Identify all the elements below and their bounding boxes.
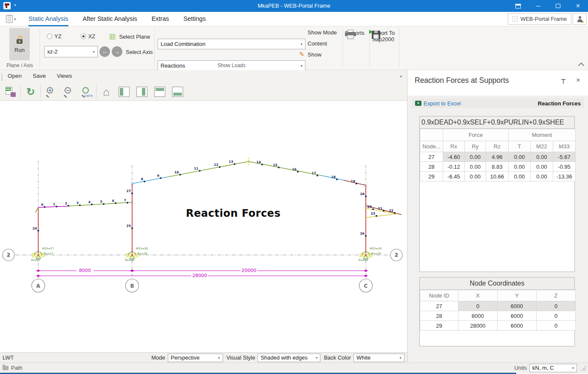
table-row[interactable]: 29-6.450.0010.660.000.00-13.36: [420, 172, 576, 181]
table-cell[interactable]: 28000: [458, 321, 498, 331]
model-canvas[interactable]: 80002000028000M33=27Rx=27Rz=27M33=28Rx=2…: [0, 101, 407, 352]
column-header[interactable]: [420, 129, 443, 141]
radio-yz[interactable]: YZ: [47, 33, 62, 40]
minimize-button[interactable]: [528, 0, 548, 12]
toolbar-menu-open[interactable]: Open: [8, 73, 22, 79]
collapse-ribbon-chevron-icon[interactable]: [579, 62, 583, 66]
table-row[interactable]: 27060000: [420, 301, 576, 311]
table-cell[interactable]: -4.60: [443, 152, 465, 162]
table-cell[interactable]: 27: [420, 301, 458, 311]
column-header[interactable]: Y: [498, 290, 537, 301]
column-header[interactable]: Z: [537, 290, 576, 301]
toolbar-menu-save[interactable]: Save: [33, 73, 46, 79]
table-cell[interactable]: -0.12: [443, 162, 465, 172]
next-axis-button[interactable]: →: [112, 46, 122, 57]
reports-button[interactable]: Reports: [342, 30, 368, 36]
table-row[interactable]: 292800060000: [420, 321, 576, 331]
column-header[interactable]: M22: [531, 141, 553, 152]
column-header[interactable]: Rx: [443, 141, 465, 152]
view-top-button[interactable]: [151, 84, 169, 100]
table-cell[interactable]: -6.45: [443, 172, 465, 181]
table-cell[interactable]: 0.00: [531, 152, 553, 162]
table-cell[interactable]: 0: [458, 301, 498, 311]
table-row[interactable]: 28800060000: [420, 311, 576, 321]
export-to-excel-link[interactable]: Export to Excel: [424, 100, 461, 107]
web-portal-frame-button[interactable]: × WEB-Portal Frame: [508, 13, 571, 25]
table-cell[interactable]: 0.00: [509, 152, 531, 162]
file-menu-caret-icon[interactable]: ▾: [14, 17, 16, 21]
visual-style-combobox[interactable]: Shaded with edges▾: [257, 354, 320, 362]
table-cell[interactable]: 0.00: [509, 162, 531, 172]
resize-grip[interactable]: [580, 366, 585, 371]
table-cell[interactable]: 8.83: [486, 162, 509, 172]
axis-combobox[interactable]: xz-2 ▾: [44, 46, 98, 57]
run-button[interactable]: Run: [9, 28, 30, 60]
maximize-button[interactable]: [548, 0, 568, 12]
refresh-button[interactable]: ↻: [22, 84, 40, 100]
mode-combobox[interactable]: Perspective▾: [168, 354, 223, 362]
panel-close-icon[interactable]: ×: [576, 76, 580, 85]
table-cell[interactable]: 0.00: [465, 172, 486, 181]
table-cell[interactable]: 0: [537, 321, 576, 331]
table-cell[interactable]: 29: [420, 321, 458, 331]
column-header[interactable]: Rz: [486, 141, 509, 152]
toolbar-drag-handle[interactable]: [1, 74, 3, 80]
user-account-button[interactable]: [573, 13, 587, 25]
column-header[interactable]: X: [458, 290, 498, 301]
tab-extras[interactable]: Extras: [152, 12, 169, 26]
zoom-out-button[interactable]: −: [59, 84, 77, 100]
table-cell[interactable]: 0.00: [531, 172, 553, 181]
table-cell[interactable]: 4.96: [486, 152, 509, 162]
table-cell[interactable]: -13.36: [553, 172, 576, 181]
table-cell[interactable]: 27: [420, 152, 443, 162]
table-cell[interactable]: 0.00: [465, 162, 486, 172]
show-mode-combobox[interactable]: Load Combination ▾: [158, 39, 305, 49]
tab-after-static-analysis[interactable]: After Static Analysis: [83, 12, 137, 26]
table-cell[interactable]: 0.00: [465, 152, 486, 162]
select-plane-button[interactable]: Select Plane: [110, 33, 150, 40]
export-sap2000-button[interactable]: Export To Sap2000: [370, 30, 396, 42]
zoom-in-button[interactable]: +: [42, 84, 59, 100]
radio-xz[interactable]: XZ: [81, 33, 96, 40]
column-header[interactable]: Node ID: [420, 290, 458, 301]
table-cell[interactable]: 28: [420, 311, 458, 321]
table-cell[interactable]: 0.00: [509, 172, 531, 181]
path-label[interactable]: Path: [11, 365, 23, 371]
file-menu-icon[interactable]: [6, 15, 13, 23]
table-cell[interactable]: 6000: [498, 301, 537, 311]
table-cell[interactable]: 0: [537, 301, 576, 311]
column-header[interactable]: T: [509, 141, 531, 152]
table-cell[interactable]: 0: [537, 311, 576, 321]
table-cell[interactable]: 29: [420, 172, 443, 181]
column-header[interactable]: Force: [443, 129, 509, 141]
previous-axis-button[interactable]: ←: [99, 46, 110, 57]
column-header[interactable]: Moment: [509, 129, 576, 141]
table-cell[interactable]: 6000: [498, 311, 537, 321]
edit-pencil-icon[interactable]: ✎: [299, 51, 305, 58]
units-combobox[interactable]: kN, m, C▾: [529, 364, 577, 372]
table-cell[interactable]: -0.95: [553, 162, 576, 172]
column-header[interactable]: M33: [553, 141, 576, 152]
table-cell[interactable]: 10.66: [486, 172, 509, 181]
home-view-button[interactable]: ⌂: [97, 84, 115, 100]
pin-icon[interactable]: [561, 79, 566, 85]
save-image-button[interactable]: IMG: [2, 84, 20, 100]
view-right-button[interactable]: [133, 84, 151, 100]
column-header[interactable]: Ry: [465, 141, 486, 152]
column-header[interactable]: Node...: [420, 141, 443, 152]
toolbar-options-caret-icon[interactable]: ▾: [400, 74, 402, 79]
view-bottom-button[interactable]: [169, 84, 187, 100]
close-button[interactable]: ×: [568, 0, 588, 12]
table-row[interactable]: 27-4.600.004.960.000.00-5.67: [420, 152, 576, 162]
view-left-button[interactable]: [115, 84, 133, 100]
table-cell[interactable]: 6000: [498, 321, 537, 331]
table-cell[interactable]: 0.00: [531, 162, 553, 172]
restore-panel-button[interactable]: [508, 0, 528, 12]
table-cell[interactable]: 28: [420, 162, 443, 172]
tab-static-analysis[interactable]: Static Analysis: [28, 12, 68, 26]
zoom-100-button[interactable]: 100%: [77, 84, 95, 100]
tab-settings[interactable]: Settings: [184, 12, 206, 26]
table-row[interactable]: 28-0.120.008.830.000.00-0.95: [420, 162, 576, 172]
back-color-combobox[interactable]: White▾: [353, 354, 404, 362]
table-cell[interactable]: 8000: [458, 311, 498, 321]
